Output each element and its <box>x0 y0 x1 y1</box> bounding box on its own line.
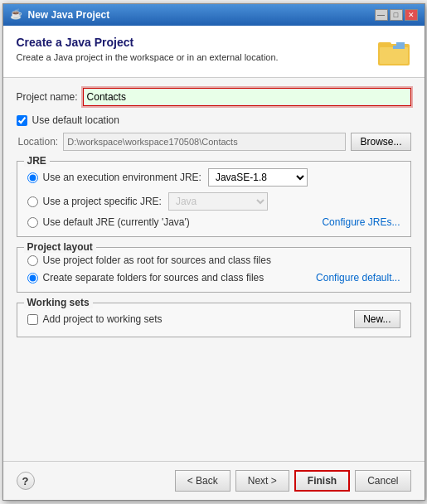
configure-default-link[interactable]: Configure default... <box>316 272 400 284</box>
jre-option3-row: Use default JRE (currently 'Java') Confi… <box>27 216 400 228</box>
location-label: Location: <box>18 136 59 148</box>
use-default-location-checkbox[interactable] <box>17 115 27 126</box>
title-bar-left: ☕ New Java Project <box>10 8 110 22</box>
svg-rect-1 <box>378 42 391 47</box>
close-button[interactable]: ✕ <box>405 9 418 21</box>
project-layout-group: Project layout Use project folder as roo… <box>17 247 411 293</box>
layout-option1-row: Use project folder as root for sources a… <box>27 254 400 266</box>
help-button[interactable]: ? <box>17 472 35 490</box>
svg-rect-4 <box>396 42 405 46</box>
title-bar: ☕ New Java Project — □ ✕ <box>3 4 425 26</box>
working-sets-checkbox-row: Add project to working sets <box>27 313 167 325</box>
cancel-button[interactable]: Cancel <box>355 470 410 492</box>
layout-option2-radio[interactable] <box>27 273 38 284</box>
jre-option3-label: Use default JRE (currently 'Java') <box>43 216 190 228</box>
jre-option2-row: Use a project specific JRE: Java <box>27 192 400 211</box>
layout-option2-row: Create separate folders for sources and … <box>27 272 400 284</box>
footer: ? < Back Next > Finish Cancel <box>3 461 425 500</box>
location-input <box>63 133 346 151</box>
location-row: Location: Browse... <box>18 133 411 151</box>
maximize-button[interactable]: □ <box>390 9 403 21</box>
jre-option2-select: Java <box>168 192 268 211</box>
working-sets-new-button[interactable]: New... <box>354 310 400 328</box>
jre-option3-radio[interactable] <box>27 217 38 228</box>
project-layout-title: Project layout <box>24 241 96 253</box>
window-title: New Java Project <box>28 9 110 21</box>
header-folder-icon <box>378 36 411 69</box>
jre-group-title: JRE <box>24 155 50 167</box>
working-sets-label: Add project to working sets <box>43 313 163 325</box>
use-default-location-row: Use default location <box>17 114 411 126</box>
project-name-label: Project name: <box>17 91 78 103</box>
browse-button[interactable]: Browse... <box>351 133 410 151</box>
next-button[interactable]: Next > <box>235 470 289 492</box>
finish-button[interactable]: Finish <box>294 470 350 492</box>
use-default-location-label: Use default location <box>32 114 119 126</box>
layout-option1-label: Use project folder as root for sources a… <box>43 254 271 266</box>
project-name-row: Project name: <box>17 88 411 106</box>
jre-option1-row: Use an execution environment JRE: JavaSE… <box>27 168 400 187</box>
jre-option1-select[interactable]: JavaSE-1.8 <box>208 168 308 187</box>
layout-option1-radio[interactable] <box>27 255 38 266</box>
jre-group: JRE Use an execution environment JRE: Ja… <box>17 161 411 237</box>
configure-jres-link[interactable]: Configure JREs... <box>322 216 400 228</box>
project-name-input[interactable] <box>83 88 411 106</box>
svg-rect-3 <box>393 46 405 49</box>
working-sets-group: Working sets Add project to working sets… <box>17 303 411 337</box>
svg-rect-2 <box>380 47 408 64</box>
header-text: Create a Java Project Create a Java proj… <box>17 36 279 62</box>
header-title: Create a Java Project <box>17 36 279 49</box>
header-section: Create a Java Project Create a Java proj… <box>3 26 425 78</box>
minimize-button[interactable]: — <box>375 9 388 21</box>
jre-option1-label: Use an execution environment JRE: <box>43 172 201 183</box>
jre-option1-radio[interactable] <box>27 172 38 183</box>
jre-option2-label: Use a project specific JRE: <box>43 196 162 207</box>
window-icon: ☕ <box>10 8 23 22</box>
content-area: Project name: Use default location Locat… <box>3 78 425 461</box>
footer-left: ? <box>17 472 35 490</box>
jre-option2-radio[interactable] <box>27 196 38 207</box>
header-subtitle: Create a Java project in the workspace o… <box>17 52 279 62</box>
working-sets-checkbox[interactable] <box>27 314 38 325</box>
working-sets-title: Working sets <box>24 297 93 308</box>
title-buttons: — □ ✕ <box>375 9 418 21</box>
footer-right: < Back Next > Finish Cancel <box>175 470 411 492</box>
layout-option2-label: Create separate folders for sources and … <box>43 272 264 284</box>
main-window: ☕ New Java Project — □ ✕ Create a Java P… <box>2 3 425 501</box>
back-button[interactable]: < Back <box>175 470 230 492</box>
